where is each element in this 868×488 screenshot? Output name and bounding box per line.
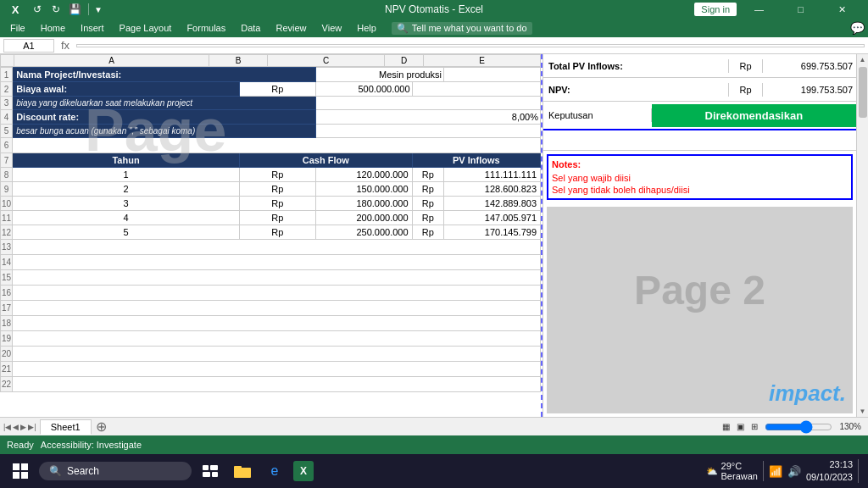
nav-right-right[interactable]: ▶| <box>28 423 36 431</box>
redo-button[interactable]: ↻ <box>47 1 64 18</box>
title-bar-left: X ↺ ↻ 💾 ▼ <box>7 1 103 18</box>
accessibility-text: Accessibility: Investigate <box>41 440 142 450</box>
col-a-header: A <box>14 55 209 67</box>
excel-icon: X <box>7 1 24 18</box>
ready-text: Ready <box>7 440 34 450</box>
volume-icon[interactable]: 🔊 <box>787 465 801 478</box>
table-row: 9 2 Rp 150.000.000 Rp 128.600.823 <box>1 182 541 197</box>
comments-icon[interactable]: 💬 <box>850 21 865 35</box>
row-num-3: 3 <box>1 97 13 110</box>
tab-page-layout[interactable]: Page Layout <box>113 21 179 35</box>
cell-cde5 <box>315 125 540 138</box>
row-num-1: 1 <box>1 68 13 82</box>
empty-row: 14 <box>1 255 541 270</box>
taskbar-search[interactable]: 🔍 Search <box>39 462 192 480</box>
scroll-down-arrow[interactable]: ▼ <box>858 406 868 417</box>
tab-file[interactable]: File <box>3 21 32 35</box>
row1-cf: 120.000.000 <box>315 168 412 182</box>
title-bar-right: Sign in — □ ✕ <box>694 0 861 19</box>
status-bar-right: ▦ ▣ ⊞ 130% <box>715 420 868 434</box>
page2-area: Page 2 impact. <box>547 207 853 413</box>
page2-watermark: Page 2 <box>547 207 853 374</box>
tab-data[interactable]: Data <box>234 21 267 35</box>
biaya-label-cell: Biaya awal: <box>13 82 240 97</box>
keputusan-value: Direkomendasikan <box>652 104 856 127</box>
minimize-button[interactable]: — <box>740 0 778 19</box>
col-e-header: E <box>423 55 540 67</box>
keputusan-row: Keputusan Direkomendasikan <box>543 102 856 130</box>
task-view-button[interactable] <box>197 458 224 485</box>
nav-left-left[interactable]: |◀ <box>3 423 11 431</box>
tab-view[interactable]: View <box>315 21 349 35</box>
nav-left[interactable]: ◀ <box>13 423 19 431</box>
npv-value: 199.753.507 <box>763 83 856 97</box>
vertical-scrollbar[interactable]: ▲ ▼ <box>856 54 868 417</box>
add-sheet-button[interactable]: ⊕ <box>93 419 110 435</box>
weather-info: 29°C Berawan <box>721 461 758 481</box>
total-pv-label: Total PV Inflows: <box>543 59 729 73</box>
tab-home[interactable]: Home <box>34 21 72 35</box>
empty-row: 15 <box>1 270 541 286</box>
view-page-break-icon[interactable]: ⊞ <box>751 422 758 431</box>
empty-row: 16 <box>1 286 541 301</box>
name-box[interactable]: A1 <box>3 39 54 53</box>
tray-divider <box>763 461 764 481</box>
edge-icon[interactable]: e <box>261 458 288 485</box>
nav-right[interactable]: ▶ <box>20 423 26 431</box>
scroll-thumb[interactable] <box>859 67 867 118</box>
start-button[interactable] <box>7 458 34 485</box>
scroll-up-arrow[interactable]: ▲ <box>858 54 868 65</box>
table-row: 8 1 Rp 120.000.000 Rp 111.111.111 <box>1 168 541 182</box>
tab-insert[interactable]: Insert <box>74 21 111 35</box>
save-button[interactable]: 💾 <box>66 1 83 18</box>
notes-section: Notes: Sel yang wajib diisi Sel yang tid… <box>547 154 853 200</box>
total-pv-value: 699.753.507 <box>763 59 856 73</box>
npv-label: NPV: <box>543 83 729 97</box>
maximize-button[interactable]: □ <box>782 0 820 19</box>
row-num-4: 4 <box>1 110 13 125</box>
search-icon: 🔍 <box>397 23 409 34</box>
title-bar: X ↺ ↻ 💾 ▼ NPV Otomatis - Excel Sign in —… <box>0 0 868 19</box>
row1-tahun: 1 <box>13 168 240 182</box>
sheet-tab-sheet1[interactable]: Sheet1 <box>40 419 92 435</box>
empty-row: 13 <box>1 240 541 255</box>
empty-row: 19 <box>1 331 541 347</box>
clock-date: 09/10/2023 <box>806 471 853 484</box>
undo-redo-group: ↺ ↻ 💾 <box>29 1 83 18</box>
svg-rect-5 <box>210 465 218 470</box>
formula-input[interactable] <box>76 44 865 47</box>
keputusan-label: Keputusan <box>543 108 652 122</box>
show-desktop-button[interactable] <box>858 459 861 483</box>
function-icon[interactable]: fx <box>58 39 73 52</box>
nav-arrows: |◀ ◀ ▶ ▶| <box>0 423 40 431</box>
row1-pv: 111.111.111 <box>444 168 541 182</box>
row-empty6: 6 <box>1 138 541 153</box>
empty-row: 18 <box>1 316 541 331</box>
col-c-header: C <box>268 55 385 67</box>
system-tray: ⛅ 29°C Berawan 📶 🔊 23:13 09/10/2023 <box>706 458 861 485</box>
view-layout-icon[interactable]: ▣ <box>737 422 744 431</box>
weather-icon: ⛅ <box>706 466 718 477</box>
undo-button[interactable]: ↺ <box>29 1 46 18</box>
network-icon[interactable]: 📶 <box>769 465 782 478</box>
file-explorer-icon[interactable] <box>229 458 256 485</box>
sign-in-button[interactable]: Sign in <box>694 3 737 16</box>
zoom-slider[interactable] <box>765 420 832 434</box>
ribbon-search[interactable]: 🔍 Tell me what you want to do <box>392 22 532 35</box>
svg-rect-0 <box>13 463 19 470</box>
discount-sub-cell: besar bunga acuan (gunakan "," sebagai k… <box>13 125 316 138</box>
weather-temp: 29°C <box>721 461 758 471</box>
row-num-2: 2 <box>1 82 13 97</box>
empty-row: 22 <box>1 377 541 392</box>
svg-rect-2 <box>13 472 19 479</box>
tab-formulas[interactable]: Formulas <box>180 21 232 35</box>
clock[interactable]: 23:13 09/10/2023 <box>806 458 853 485</box>
customize-qat[interactable]: ▼ <box>94 5 103 14</box>
tab-review[interactable]: Review <box>269 21 313 35</box>
excel-taskbar-icon[interactable]: X <box>293 461 314 481</box>
view-normal-icon[interactable]: ▦ <box>722 422 730 431</box>
taskbar-search-placeholder: Search <box>67 465 99 477</box>
tab-help[interactable]: Help <box>350 21 383 35</box>
cell-cde3 <box>315 97 540 110</box>
close-button[interactable]: ✕ <box>823 0 861 19</box>
